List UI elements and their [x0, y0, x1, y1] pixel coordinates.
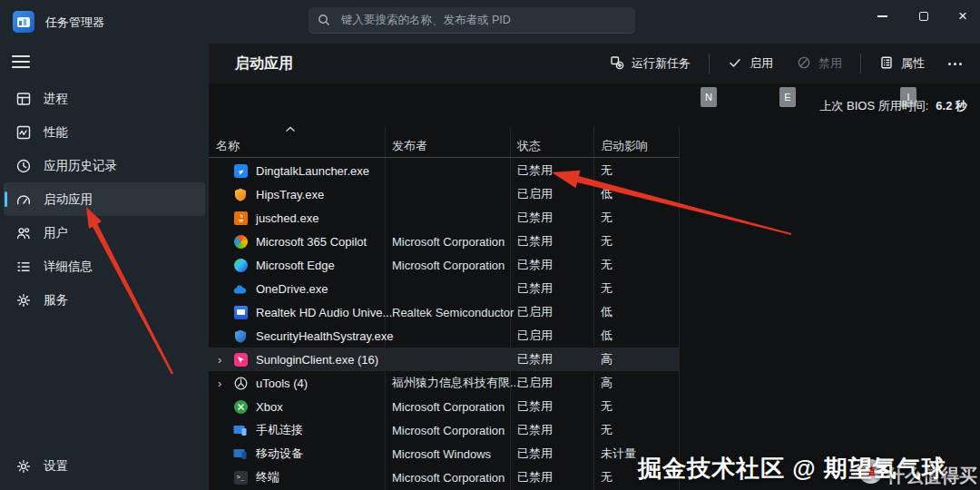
- app-name: SunloginClient.exe (16): [256, 353, 378, 367]
- table-row[interactable]: Realtek HD Audio Unive... Realtek Semico…: [209, 300, 679, 324]
- app-status: 已禁用: [517, 162, 553, 179]
- details-icon: [15, 259, 32, 275]
- history-icon: [15, 158, 32, 174]
- table-row[interactable]: Xbox Microsoft Corporation 已禁用 无: [209, 395, 679, 418]
- maximize-icon: [919, 12, 928, 21]
- properties-icon: [879, 55, 894, 73]
- table-row[interactable]: HipsTray.exe 已启用 低: [209, 182, 679, 206]
- app-startup-impact: 高: [601, 351, 612, 368]
- toolbar: 运行新任务 启用 禁用 属性: [601, 44, 971, 83]
- column-header-publisher[interactable]: 发布者: [392, 138, 427, 154]
- app-name: 终端: [256, 469, 279, 485]
- terminal-icon: >_: [233, 470, 248, 485]
- table-row[interactable]: >_ 终端 Microsoft Corporation 已禁用 无: [209, 466, 679, 489]
- app-name: Realtek HD Audio Unive...: [256, 306, 392, 319]
- app-startup-impact: 低: [601, 328, 612, 344]
- window-title: 任务管理器: [45, 15, 104, 31]
- app-status: 已启用: [517, 328, 553, 344]
- app-publisher: Microsoft Corporation: [392, 259, 505, 272]
- app-startup-impact: 无: [601, 469, 612, 485]
- app-status: 已启用: [517, 375, 553, 391]
- column-header-impact[interactable]: 启动影响: [601, 138, 648, 154]
- app-publisher: Microsoft Windows: [392, 447, 491, 461]
- more-dots-icon: [948, 63, 951, 65]
- app-startup-impact: 高: [601, 375, 612, 391]
- app-status: 已禁用: [517, 422, 553, 438]
- table-row[interactable]: › SunloginClient.exe (16) 已禁用 高: [209, 348, 679, 371]
- toolbar-button-运行新任务[interactable]: 运行新任务: [601, 50, 700, 78]
- sidebar-item-7[interactable]: 服务: [4, 283, 205, 317]
- navigation-menu-button[interactable]: [12, 54, 30, 69]
- app-publisher: Microsoft Corporation: [392, 471, 505, 485]
- sidebar-item-1[interactable]: 进程: [4, 82, 205, 115]
- app-name: OneDrive.exe: [256, 282, 328, 296]
- sidebar-item-2[interactable]: 性能: [4, 115, 205, 149]
- edge-icon: [233, 258, 248, 272]
- bios-label: 上次 BIOS 所用时间:: [819, 99, 928, 113]
- app-status: 已启用: [517, 186, 553, 202]
- app-name: DingtalkLauncher.exe: [256, 164, 369, 178]
- toolbar-button-禁用[interactable]: 禁用: [788, 50, 851, 78]
- sidebar-item-label: 启动应用: [44, 191, 93, 208]
- search-input[interactable]: [339, 13, 626, 27]
- table-row[interactable]: jusched.exe 已禁用 无: [209, 206, 679, 230]
- blue-shield-icon: [233, 328, 248, 343]
- app-status: 已禁用: [517, 351, 553, 368]
- expand-chevron-icon[interactable]: ›: [218, 353, 221, 367]
- table-row[interactable]: DingtalkLauncher.exe 已禁用 无: [209, 159, 679, 182]
- app-publisher: 福州猿力信息科技有限...: [392, 375, 520, 391]
- sidebar-item-settings[interactable]: 设置: [4, 449, 205, 483]
- app-status: 已启用: [517, 304, 553, 320]
- startup-icon: [15, 191, 32, 208]
- table-row[interactable]: SecurityHealthSystray.exe 已启用 低: [209, 324, 679, 348]
- app-startup-impact: 无: [601, 398, 612, 415]
- column-header-status[interactable]: 状态: [517, 138, 541, 154]
- app-name: jusched.exe: [256, 211, 318, 225]
- toolbar-button-启用[interactable]: 启用: [719, 50, 782, 78]
- table-row[interactable]: › uTools (4) 福州猿力信息科技有限... 已启用 高: [209, 371, 679, 395]
- sidebar-item-3[interactable]: 应用历史记录: [4, 149, 205, 182]
- sidebar-item-label: 详细信息: [44, 259, 93, 275]
- processes-icon: [15, 91, 32, 107]
- mobile-device-icon: [233, 446, 248, 461]
- table-row[interactable]: OneDrive.exe 已禁用 无: [209, 277, 679, 300]
- close-button[interactable]: ×: [942, 0, 980, 33]
- copilot-icon: [233, 234, 248, 249]
- app-name: Microsoft Edge: [256, 259, 335, 272]
- sidebar-item-4[interactable]: 启动应用: [4, 182, 205, 216]
- xbox-icon: [233, 399, 248, 414]
- app-status: 已禁用: [517, 280, 553, 297]
- table-row[interactable]: Microsoft Edge Microsoft Corporation 已禁用…: [209, 253, 679, 277]
- sidebar-item-label: 服务: [44, 292, 68, 309]
- toolbar-separator: [860, 54, 861, 74]
- column-header-name[interactable]: 名称: [216, 138, 240, 154]
- table-row[interactable]: 移动设备 Microsoft Windows 已禁用 未计量: [209, 442, 679, 466]
- app-name: HipsTray.exe: [256, 188, 324, 201]
- app-startup-impact: 无: [601, 233, 612, 250]
- sidebar-item-label: 性能: [44, 124, 68, 141]
- app-publisher: Microsoft Corporation: [392, 400, 505, 414]
- more-options-button[interactable]: [939, 55, 971, 73]
- app-startup-impact: 无: [601, 162, 612, 179]
- app-status: 已禁用: [517, 469, 553, 485]
- utools-icon: [233, 376, 248, 390]
- bios-value: 6.2 秒: [936, 99, 967, 113]
- minimize-icon: [877, 15, 887, 17]
- app-status: 已禁用: [517, 398, 553, 415]
- page-header: 启动应用 运行新任务 启用 禁用 属性: [209, 44, 980, 83]
- main-pane: 启动应用 运行新任务 启用 禁用 属性 NEI 上次 BIOS 所用时间:6.2…: [209, 44, 980, 490]
- app-startup-impact: 无: [601, 422, 612, 438]
- sidebar-item-label: 用户: [44, 225, 68, 241]
- toolbar-button-属性[interactable]: 属性: [870, 50, 934, 78]
- maximize-button[interactable]: [903, 0, 945, 33]
- minimize-button[interactable]: [861, 0, 903, 33]
- search-box[interactable]: [309, 7, 635, 34]
- sidebar-item-label: 设置: [44, 458, 68, 475]
- settings-icon: [15, 458, 32, 475]
- sidebar-item-5[interactable]: 用户: [4, 216, 205, 250]
- new-task-icon: [610, 55, 624, 73]
- table-row[interactable]: Microsoft 365 Copilot Microsoft Corporat…: [209, 230, 679, 253]
- expand-chevron-icon[interactable]: ›: [218, 377, 221, 390]
- table-row[interactable]: 手机连接 Microsoft Corporation 已禁用 无: [209, 418, 679, 442]
- sidebar-item-6[interactable]: 详细信息: [4, 250, 205, 283]
